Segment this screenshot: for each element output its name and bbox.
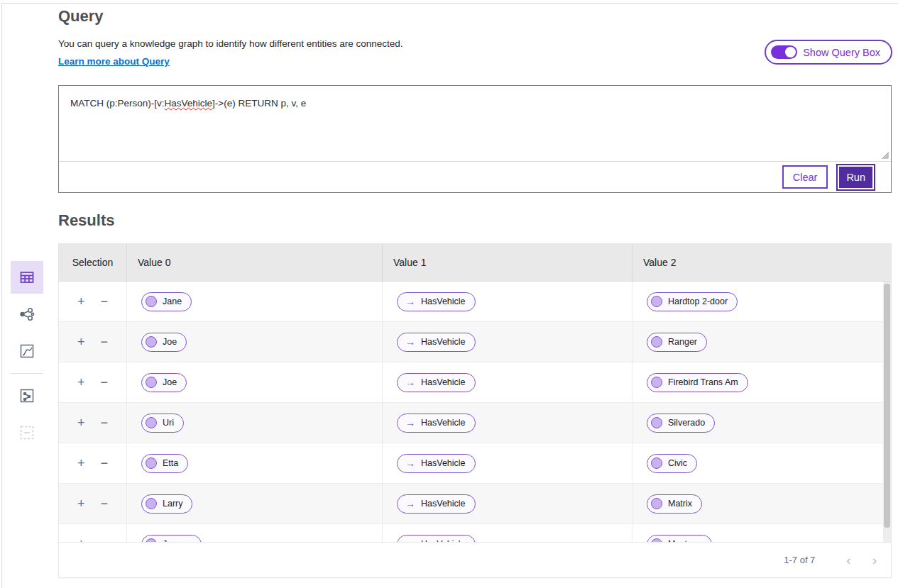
node-pill[interactable]: Matrix xyxy=(647,494,702,514)
remove-from-selection-button[interactable]: − xyxy=(99,536,110,542)
remove-from-selection-button[interactable]: − xyxy=(99,375,110,390)
arrow-right-icon: → xyxy=(405,499,415,509)
table-row: + − Joanne →HasVehicle Mustang xyxy=(59,524,891,542)
toggle-on-icon[interactable] xyxy=(771,45,797,59)
selection-cell: + − xyxy=(59,282,127,321)
resize-handle-icon[interactable] xyxy=(880,150,889,159)
toggle-label: Show Query Box xyxy=(803,47,880,58)
learn-more-link[interactable]: Learn more about Query xyxy=(58,56,170,67)
column-header-value2: Value 2 xyxy=(633,244,891,281)
node-pill[interactable]: Joe xyxy=(141,373,187,392)
selection-cell: + − xyxy=(59,443,127,483)
node-pill[interactable]: Firebird Trans Am xyxy=(647,373,748,392)
arrow-right-icon: → xyxy=(405,296,415,306)
table-scrollbar[interactable] xyxy=(883,282,891,542)
node-pill[interactable]: Joe xyxy=(141,333,187,352)
node-label: Firebird Trans Am xyxy=(668,377,738,387)
table-footer: 1-7 of 7 ‹ › xyxy=(59,542,891,577)
node-circle-icon xyxy=(146,538,157,542)
table-row: + − Larry →HasVehicle Matrix xyxy=(59,484,891,524)
node-pill[interactable]: Mustang xyxy=(647,535,712,543)
remove-from-selection-button[interactable]: − xyxy=(99,496,110,511)
node-label: Etta xyxy=(163,458,178,468)
selection-cell: + − xyxy=(59,403,127,443)
remove-from-selection-button[interactable]: − xyxy=(99,415,110,431)
toggle-knob xyxy=(785,47,796,57)
node-circle-icon xyxy=(651,498,662,509)
node-circle-icon xyxy=(651,538,662,542)
next-page-button[interactable]: › xyxy=(872,553,877,567)
node-label: Jane xyxy=(163,296,182,306)
left-panel-divider xyxy=(1,3,2,588)
edge-label: HasVehicle xyxy=(421,296,466,306)
edge-label: HasVehicle xyxy=(421,499,466,509)
node-pill[interactable]: Etta xyxy=(141,454,188,473)
add-to-selection-button[interactable]: + xyxy=(76,375,87,390)
chart-view-icon[interactable] xyxy=(11,335,43,367)
add-to-selection-button[interactable]: + xyxy=(76,536,87,542)
node-pill[interactable]: Joanne xyxy=(141,535,202,543)
map-view-icon[interactable] xyxy=(11,379,43,412)
add-to-selection-button[interactable]: + xyxy=(76,334,87,350)
remove-from-selection-button[interactable]: − xyxy=(99,294,110,309)
node-pill[interactable]: Uri xyxy=(141,414,184,433)
edge-label: HasVehicle xyxy=(421,377,466,387)
node-pill[interactable]: Hardtop 2-door xyxy=(647,292,738,311)
arrow-right-icon: → xyxy=(405,539,415,542)
previous-page-button[interactable]: ‹ xyxy=(846,553,850,567)
node-label: Mustang xyxy=(668,539,702,542)
query-page: Query You can query a knowledge graph to… xyxy=(0,0,898,588)
column-header-selection: Selection xyxy=(59,244,127,281)
table-row: + − Etta →HasVehicle Civic xyxy=(59,443,891,484)
view-switcher-divider xyxy=(11,373,43,374)
edge-pill[interactable]: →HasVehicle xyxy=(397,494,476,514)
arrow-right-icon: → xyxy=(405,418,415,428)
add-to-selection-button[interactable]: + xyxy=(76,294,87,309)
node-circle-icon xyxy=(651,336,662,348)
clear-button[interactable]: Clear xyxy=(782,165,828,189)
scrollbar-thumb[interactable] xyxy=(884,284,890,528)
selection-cell: + − xyxy=(59,322,127,362)
node-pill[interactable]: Jane xyxy=(141,292,192,311)
edge-pill[interactable]: →HasVehicle xyxy=(397,373,476,392)
show-query-box-toggle[interactable]: Show Query Box xyxy=(765,40,892,65)
edge-pill[interactable]: →HasVehicle xyxy=(397,454,476,473)
node-circle-icon xyxy=(146,336,157,348)
table-row: + − Joe →HasVehicle Firebird Trans Am xyxy=(59,362,891,403)
query-editor[interactable]: MATCH (p:Person)-[v:HasVehicle]->(e) RET… xyxy=(59,86,891,162)
node-pill[interactable]: Civic xyxy=(647,454,697,473)
table-body: + − Jane →HasVehicle Hardtop 2-door + − … xyxy=(59,282,891,542)
edge-label: HasVehicle xyxy=(421,337,466,347)
node-pill[interactable]: Silverado xyxy=(647,414,715,433)
node-label: Uri xyxy=(163,418,174,428)
edge-pill[interactable]: →HasVehicle xyxy=(397,535,476,543)
node-circle-icon xyxy=(651,296,662,307)
query-text-prefix: MATCH (p:Person)-[v: xyxy=(70,98,165,109)
add-to-selection-button[interactable]: + xyxy=(76,496,87,511)
add-to-selection-button[interactable]: + xyxy=(76,415,87,431)
run-button[interactable]: Run xyxy=(838,165,874,189)
query-box: MATCH (p:Person)-[v:HasVehicle]->(e) RET… xyxy=(58,85,892,193)
edge-pill[interactable]: →HasVehicle xyxy=(397,292,476,311)
selection-cell: + − xyxy=(59,524,127,542)
selection-cell: + − xyxy=(59,362,127,402)
graph-view-icon[interactable] xyxy=(11,298,43,331)
results-table: Selection Value 0 Value 1 Value 2 + − Ja… xyxy=(58,243,892,578)
query-actions-bar: Clear Run xyxy=(59,162,891,192)
remove-from-selection-button[interactable]: − xyxy=(99,334,110,350)
edge-pill[interactable]: →HasVehicle xyxy=(397,333,476,352)
add-to-selection-button[interactable]: + xyxy=(76,455,87,471)
table-row: + − Joe →HasVehicle Ranger xyxy=(59,322,891,362)
edge-pill[interactable]: →HasVehicle xyxy=(397,414,476,433)
remove-from-selection-button[interactable]: − xyxy=(99,455,110,471)
edge-label: HasVehicle xyxy=(421,418,466,428)
arrow-right-icon: → xyxy=(405,377,415,387)
table-row: + − Jane →HasVehicle Hardtop 2-door xyxy=(59,282,891,322)
table-view-icon[interactable] xyxy=(11,261,43,294)
node-pill[interactable]: Ranger xyxy=(647,333,707,352)
edge-label: HasVehicle xyxy=(421,539,466,542)
node-label: Larry xyxy=(163,499,182,509)
node-circle-icon xyxy=(651,457,662,469)
arrow-right-icon: → xyxy=(405,337,415,347)
node-pill[interactable]: Larry xyxy=(141,494,192,514)
